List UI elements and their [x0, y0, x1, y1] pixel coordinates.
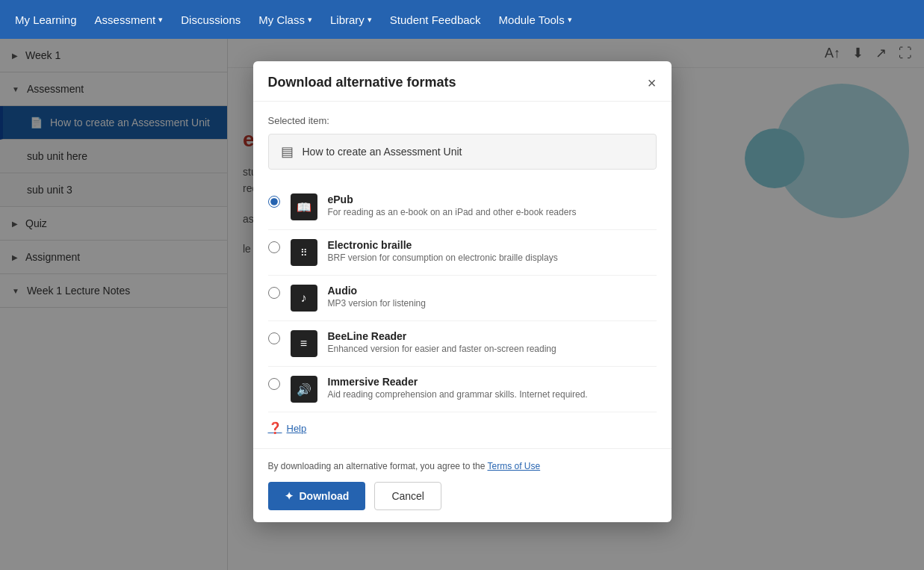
selected-item-box: ▤ How to create an Assessment Unit	[268, 134, 657, 170]
braille-desc: BRF version for consumption on electroni…	[328, 253, 657, 263]
selected-item-label: Selected item:	[268, 115, 657, 126]
selected-item-doc-icon: ▤	[281, 143, 294, 160]
nav-discussions[interactable]: Discussions	[181, 13, 241, 26]
modal-body: Selected item: ▤ How to create an Assess…	[253, 102, 672, 448]
footer-buttons: ✦ Download Cancel	[268, 482, 657, 510]
download-button[interactable]: ✦ Download	[268, 482, 366, 510]
braille-name: Electronic braille	[328, 239, 657, 251]
braille-file-icon: ⠿	[300, 247, 308, 258]
format-option-epub[interactable]: 📖 ePub For reading as an e-book on an iP…	[268, 185, 657, 230]
modal-close-button[interactable]: ×	[648, 75, 657, 90]
help-circle-icon: ❓	[268, 421, 282, 435]
braille-info: Electronic braille BRF version for consu…	[328, 239, 657, 263]
modal-title: Download alternative formats	[268, 75, 456, 90]
audio-icon-box: ♪	[291, 285, 317, 312]
modal-header: Download alternative formats ×	[253, 61, 672, 102]
epub-name: ePub	[328, 193, 657, 205]
epub-info: ePub For reading as an e-book on an iPad…	[328, 193, 657, 217]
audio-desc: MP3 version for listening	[328, 298, 657, 309]
nav-assessment[interactable]: Assessment ▾	[95, 13, 164, 26]
help-link[interactable]: ❓ Help	[268, 421, 657, 435]
epub-icon-box: 📖	[291, 193, 317, 220]
epub-radio[interactable]	[268, 196, 280, 208]
braille-icon-box: ⠿	[291, 239, 317, 266]
help-label: Help	[287, 423, 307, 434]
nav-my-learning[interactable]: My Learning	[15, 13, 77, 26]
immersive-file-icon: 🔊	[297, 382, 311, 397]
cancel-button[interactable]: Cancel	[374, 482, 441, 510]
audio-radio[interactable]	[268, 287, 280, 299]
my-class-chevron-icon: ▾	[308, 15, 312, 25]
library-chevron-icon: ▾	[368, 15, 372, 25]
beeline-radio[interactable]	[268, 332, 280, 344]
download-arrow-icon: ✦	[285, 490, 294, 502]
immersive-info: Immersive Reader Aid reading comprehensi…	[328, 376, 657, 400]
beeline-icon-box: ≡	[291, 330, 317, 357]
audio-info: Audio MP3 version for listening	[328, 285, 657, 309]
nav-library[interactable]: Library ▾	[330, 13, 372, 26]
braille-radio[interactable]	[268, 241, 280, 253]
format-option-audio[interactable]: ♪ Audio MP3 version for listening	[268, 276, 657, 321]
download-modal: Download alternative formats × Selected …	[253, 61, 672, 522]
epub-file-icon: 📖	[297, 200, 311, 214]
immersive-radio[interactable]	[268, 378, 280, 390]
immersive-name: Immersive Reader	[328, 376, 657, 388]
nav-my-class[interactable]: My Class ▾	[258, 13, 312, 26]
modal-overlay: Download alternative formats × Selected …	[0, 39, 924, 570]
beeline-file-icon: ≡	[300, 337, 307, 350]
immersive-desc: Aid reading comprehension and grammar sk…	[328, 389, 657, 400]
terms-of-use-link[interactable]: Terms of Use	[487, 461, 540, 471]
audio-name: Audio	[328, 285, 657, 297]
beeline-desc: Enhanced version for easier and faster o…	[328, 344, 657, 354]
beeline-name: BeeLine Reader	[328, 330, 657, 342]
format-option-braille[interactable]: ⠿ Electronic braille BRF version for con…	[268, 230, 657, 276]
main-layout: ▶ Week 1 ▼ Assessment 📄 How to create an…	[0, 39, 924, 570]
nav-student-feedback[interactable]: Student Feedback	[390, 13, 481, 26]
beeline-info: BeeLine Reader Enhanced version for easi…	[328, 330, 657, 354]
modal-footer: By downloading an alternative format, yo…	[253, 448, 672, 522]
module-tools-chevron-icon: ▾	[568, 15, 572, 25]
terms-text: By downloading an alternative format, yo…	[268, 461, 657, 471]
epub-desc: For reading as an e-book on an iPad and …	[328, 207, 657, 217]
format-option-beeline[interactable]: ≡ BeeLine Reader Enhanced version for ea…	[268, 321, 657, 367]
nav-module-tools[interactable]: Module Tools ▾	[499, 13, 572, 26]
audio-file-icon: ♪	[301, 291, 307, 305]
assessment-chevron-icon: ▾	[158, 15, 163, 25]
navbar: My Learning Assessment ▾ Discussions My …	[0, 0, 924, 39]
format-option-immersive[interactable]: 🔊 Immersive Reader Aid reading comprehen…	[268, 367, 657, 412]
selected-item-text: How to create an Assessment Unit	[303, 146, 462, 158]
immersive-icon-box: 🔊	[291, 376, 317, 403]
